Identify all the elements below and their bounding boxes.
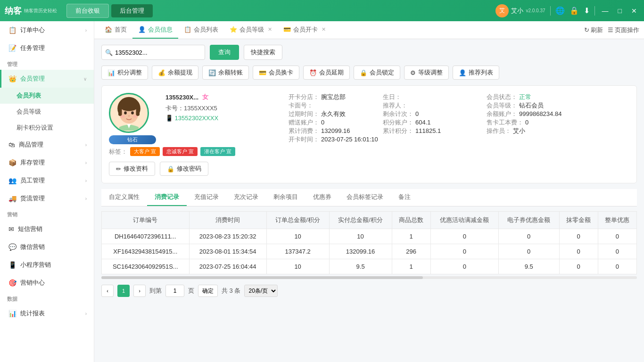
referral-list-btn[interactable]: 👤 推荐列表 — [453, 66, 499, 80]
cell-0-0: DH16464072396111... — [102, 229, 190, 244]
cell-2-4: 1 — [392, 259, 430, 274]
close-btn[interactable]: ✕ — [629, 7, 639, 15]
arrow-icon5: › — [85, 196, 87, 201]
change-pwd-btn[interactable]: 🔒 修改密码 — [160, 162, 208, 176]
table-row[interactable]: SC16423064092951S...2023-07-25 16:04:441… — [102, 259, 637, 274]
horizontal-scrollbar[interactable] — [101, 276, 637, 279]
version-label: v2.0.0.37 — [526, 8, 545, 13]
page-op-btn[interactable]: ☰ 页面操作 — [608, 26, 639, 34]
wechat-icon: 💬 — [8, 243, 17, 251]
sidebar-item-miniapp[interactable]: 📱 小程序营销 — [0, 256, 94, 274]
page-label: 页 — [188, 287, 194, 295]
tag-vip[interactable]: 大客户 宣 — [130, 147, 160, 156]
tab-member-list[interactable]: 📋 会员列表 — [178, 22, 224, 39]
section-title-marketing: 营销 — [0, 207, 94, 220]
tab-member-info[interactable]: 👤 会员信息 — [132, 22, 178, 39]
tab-open-card[interactable]: 💳 会员开卡 ✕ — [278, 22, 331, 39]
sidebar-item-tasks[interactable]: 📝 任务管理 — [0, 39, 94, 57]
sidebar-item-sms[interactable]: ✉ 短信营销 — [0, 220, 94, 238]
sidebar-item-staff[interactable]: 👥 员工管理 › — [0, 172, 94, 189]
next-page-btn[interactable]: › — [133, 285, 146, 297]
sidebar-item-products[interactable]: 🛍 商品管理 › — [0, 136, 94, 154]
tab-close-level[interactable]: ✕ — [268, 26, 272, 33]
search-icon: 🔍 — [105, 49, 113, 56]
sub-tab-remaining[interactable]: 剩余项目 — [266, 189, 305, 206]
sell-cost-value: 0 — [525, 119, 528, 126]
page-input[interactable] — [165, 285, 184, 297]
info-total-points: 累计积分： 111825.1 — [383, 127, 487, 135]
nav-divider — [550, 6, 551, 16]
expire-value: 永久有效 — [321, 110, 346, 118]
sub-tab-tag-records[interactable]: 会员标签记录 — [339, 189, 391, 206]
members-icon: 👑 — [8, 75, 17, 82]
sub-tab-recharge[interactable]: 充值记录 — [187, 189, 226, 206]
tag-potential[interactable]: 潜在客户 宣 — [200, 147, 235, 156]
sidebar-item-marketing-center[interactable]: 🎯 营销中心 — [0, 274, 94, 292]
section-title-data: 数据 — [0, 292, 94, 304]
sms-icon: ✉ — [8, 225, 14, 233]
table-row[interactable]: DH16464072396111...2023-08-23 15:20:3210… — [102, 229, 637, 244]
sidebar-sub-card-points[interactable]: 刷卡积分设置 — [0, 120, 94, 136]
lock-member-btn[interactable]: 🔒 会员锁定 — [354, 66, 400, 80]
avatar-svg — [111, 95, 147, 131]
operator-value: 艾小 — [513, 127, 525, 135]
front-desk-btn[interactable]: 前台收银 — [66, 4, 109, 18]
info-status: 会员状态： 正常 — [487, 93, 629, 101]
member-actions: ✏ 修改资料 🔒 修改密码 — [109, 162, 629, 176]
back-office-btn[interactable]: 后台管理 — [111, 4, 153, 17]
card-replace-btn[interactable]: 💳 会员换卡 — [253, 66, 299, 80]
lock-icon[interactable]: 🔒 — [570, 6, 579, 15]
lock2-icon: 🔒 — [360, 69, 367, 76]
scrollbar-thumb[interactable] — [101, 276, 423, 279]
col-evoucher: 电子券优惠金额 — [498, 212, 559, 229]
sidebar-item-logistics[interactable]: 🚚 货流管理 › — [0, 189, 94, 207]
sub-tab-consume[interactable]: 消费记录 — [147, 189, 187, 206]
sub-tab-recharge-times[interactable]: 充次记录 — [226, 189, 266, 206]
points-adjust-btn[interactable]: 📊 积分调整 — [101, 66, 148, 80]
col-round: 抹零金额 — [559, 212, 598, 229]
search-bar: 🔍 查询 快捷搜索 — [101, 45, 637, 60]
search-input[interactable] — [101, 45, 205, 60]
user-info: 艾 艾小 v2.0.0.37 — [495, 4, 545, 17]
sub-tab-custom[interactable]: 自定义属性 — [101, 189, 147, 206]
tab-member-level[interactable]: ⭐ 会员等级 ✕ — [224, 22, 278, 39]
sub-tab-coupons[interactable]: 优惠券 — [305, 189, 339, 206]
sub-tabs: 自定义属性 消费记录 充值记录 充次记录 剩余项目 优惠券 会员标签记录 备注 — [101, 189, 637, 206]
query-button[interactable]: 查询 — [210, 45, 239, 60]
download-icon[interactable]: ⬇ — [584, 6, 590, 15]
refresh-btn[interactable]: ↻ 刷新 — [584, 26, 603, 34]
quick-search-button[interactable]: 快捷搜索 — [244, 45, 282, 60]
sidebar-sub-member-list[interactable]: 会员列表 — [0, 88, 94, 104]
minimize-btn[interactable]: — — [600, 7, 611, 15]
page-size-select[interactable]: 20条/页 — [244, 285, 278, 297]
balance-transfer-btn[interactable]: 🔄 余额转账 — [202, 66, 249, 80]
tag-loyal[interactable]: 忠诚客户 宣 — [163, 147, 198, 156]
phone-link[interactable]: 📱 13552302XXXX — [165, 115, 279, 122]
maximize-btn[interactable]: □ — [616, 7, 624, 15]
sidebar-item-orders[interactable]: 📋 订单中心 › — [0, 21, 94, 39]
sidebar-item-wechat[interactable]: 💬 微信营销 — [0, 238, 94, 256]
svg-point-5 — [124, 111, 127, 115]
table-row[interactable]: XF164329438154915...2023-08-01 15:34:541… — [102, 244, 637, 259]
balance-withdraw-btn[interactable]: 💰 余额提现 — [152, 66, 198, 80]
action-bar: 📊 积分调整 💰 余额提现 🔄 余额转账 💳 会员换卡 ⏰ 会员延期 — [101, 66, 637, 80]
sub-tab-remarks[interactable]: 备注 — [391, 189, 418, 206]
member-name: 1355230X... — [165, 94, 198, 101]
prev-page-btn[interactable]: ‹ — [101, 285, 114, 297]
cell-2-6: 9.5 — [498, 259, 559, 274]
tab-close-opencard[interactable]: ✕ — [322, 26, 326, 33]
sidebar-item-inventory[interactable]: 📦 库存管理 › — [0, 154, 94, 172]
page-1-btn[interactable]: 1 — [117, 285, 130, 297]
level-adjust-btn[interactable]: ⚙ 等级调整 — [404, 66, 449, 80]
globe-icon[interactable]: 🌐 — [555, 6, 565, 15]
sidebar-item-members[interactable]: 👑 会员管理 ∨ — [0, 70, 94, 88]
edit-profile-btn[interactable]: ✏ 修改资料 — [109, 162, 155, 176]
svg-point-8 — [133, 115, 137, 118]
main-content: 🔍 查询 快捷搜索 📊 积分调整 💰 余额提现 🔄 余额转账 — [94, 39, 644, 362]
sidebar-sub-member-level[interactable]: 会员等级 — [0, 104, 94, 120]
tab-home[interactable]: 🏠 首页 — [99, 22, 132, 39]
sidebar-item-stats[interactable]: 📊 统计报表 › — [0, 304, 94, 322]
extend-btn[interactable]: ⏰ 会员延期 — [303, 66, 350, 80]
page-confirm-btn[interactable]: 确定 — [198, 285, 218, 297]
arrow-icon: › — [85, 28, 87, 33]
